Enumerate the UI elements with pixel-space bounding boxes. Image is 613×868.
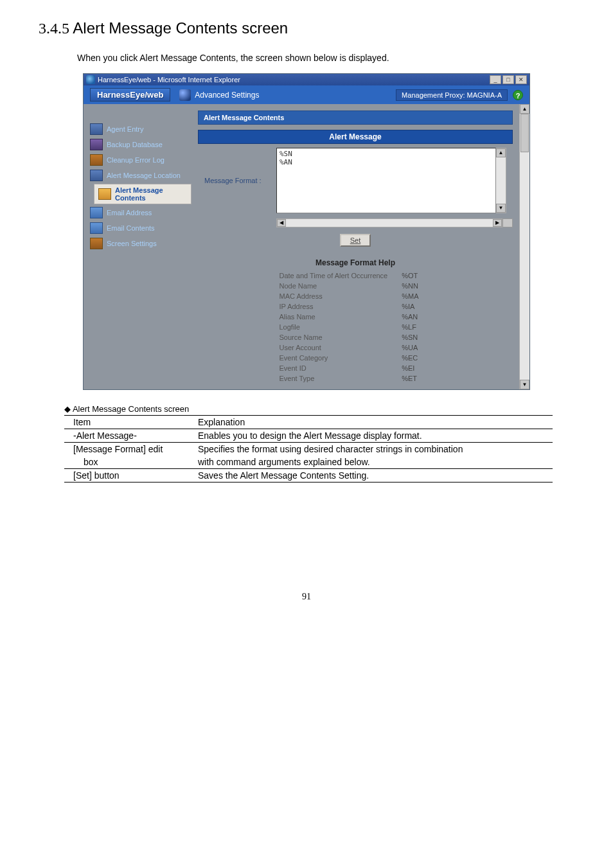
help-name: Source Name <box>279 333 400 342</box>
desc-explanation: with command arguments explained below. <box>193 456 553 469</box>
desc-caption: ◆ Alert Message Contents screen <box>64 404 574 414</box>
table-row: Event Category%EC <box>279 353 431 362</box>
cleanup-error-icon <box>90 154 103 166</box>
scroll-down-icon[interactable]: ▼ <box>520 380 529 389</box>
section-title: Alert Message Contents screen <box>73 19 288 37</box>
help-fmt: %SN <box>402 333 431 342</box>
table-row: box with command arguments explained bel… <box>64 456 553 469</box>
sidebar: Agent Entry Backup Database Cleanup Erro… <box>84 104 191 389</box>
textarea-hscrollbar[interactable]: ◀ ▶ <box>276 218 502 227</box>
table-row: [Message Format] edit Specifies the form… <box>64 443 553 456</box>
help-name: Alias Name <box>279 312 400 321</box>
scroll-left-icon[interactable]: ◀ <box>277 219 286 227</box>
desc-explanation: Enables you to design the Alert Message … <box>193 429 553 443</box>
app-window: HarnessEye/web - Microsoft Internet Expl… <box>83 73 530 390</box>
table-row: User Account%UA <box>279 343 431 352</box>
table-row: -Alert Message- Enables you to design th… <box>64 429 553 443</box>
table-row: [Set] button Saves the Alert Message Con… <box>64 469 553 483</box>
sidebar-item-screen-settings[interactable]: Screen Settings <box>87 236 191 251</box>
alert-message-band: Alert Message <box>198 130 513 144</box>
scroll-up-icon[interactable]: ▲ <box>496 148 506 157</box>
page-scrollbar[interactable]: ▲ ▼ <box>519 104 529 389</box>
email-address-icon <box>90 207 103 218</box>
sidebar-item-label: Screen Settings <box>107 240 157 247</box>
sidebar-item-backup-database[interactable]: Backup Database <box>87 137 191 152</box>
table-row: IP Address%IA <box>279 302 431 311</box>
desc-item: box <box>64 456 193 469</box>
help-fmt: %AN <box>402 312 431 321</box>
sidebar-item-label: Email Address <box>107 209 152 217</box>
help-fmt: %EC <box>402 353 431 362</box>
sidebar-item-email-address[interactable]: Email Address <box>87 206 191 220</box>
message-format-input[interactable] <box>276 148 496 213</box>
page-number: 91 <box>39 592 574 602</box>
sidebar-item-cleanup-error-log[interactable]: Cleanup Error Log <box>87 153 191 167</box>
format-help-table: Date and Time of Alert Occurrence%OT Nod… <box>278 270 432 384</box>
set-button[interactable]: Set <box>340 234 371 247</box>
close-button[interactable]: ✕ <box>515 75 527 84</box>
table-row: MAC Address%MA <box>279 292 431 301</box>
app-logo: HarnessEye/web <box>90 88 170 102</box>
table-row: Event ID%EI <box>279 364 431 373</box>
help-name: Logfile <box>279 323 400 332</box>
help-name: User Account <box>279 343 400 352</box>
desc-item: [Message Format] edit <box>64 443 193 456</box>
sidebar-item-label: Cleanup Error Log <box>107 156 164 164</box>
sidebar-item-agent-entry[interactable]: Agent Entry <box>87 122 191 136</box>
sidebar-item-label: Email Contents <box>107 224 155 232</box>
scroll-right-icon[interactable]: ▶ <box>493 219 502 227</box>
window-titlebar: HarnessEye/web - Microsoft Internet Expl… <box>84 74 529 85</box>
help-name: Event Category <box>279 353 400 362</box>
maximize-button[interactable]: □ <box>502 75 514 84</box>
help-title: Message Format Help <box>198 258 513 267</box>
help-fmt: %LF <box>402 323 431 332</box>
table-row: Event Type%ET <box>279 374 431 383</box>
help-fmt: %OT <box>402 271 431 280</box>
sidebar-item-alert-message-location[interactable]: Alert Message Location <box>87 168 191 182</box>
sidebar-item-label: Backup Database <box>107 141 163 148</box>
col-explanation: Explanation <box>193 416 553 429</box>
sidebar-item-label: Agent Entry <box>107 125 143 133</box>
description-table: Item Explanation -Alert Message- Enables… <box>64 415 553 483</box>
table-row: Node Name%NN <box>279 281 431 290</box>
advanced-settings-label[interactable]: Advanced Settings <box>195 91 259 100</box>
help-fmt: %NN <box>402 281 431 290</box>
textarea-scrollbar[interactable]: ▲ ▼ <box>496 148 506 213</box>
col-item: Item <box>64 416 193 429</box>
help-icon[interactable]: ? <box>513 90 523 100</box>
app-header: HarnessEye/web Advanced Settings Managem… <box>84 85 529 104</box>
scroll-corner <box>502 218 513 227</box>
section-heading: 3.4.5 Alert Message Contents screen <box>39 19 574 37</box>
intro-text: When you click Alert Message Contents, t… <box>77 53 574 63</box>
section-number: 3.4.5 <box>39 20 69 37</box>
sidebar-item-label: Alert Message Location <box>107 172 181 179</box>
help-name: Event Type <box>279 374 400 383</box>
window-title: HarnessEye/web - Microsoft Internet Expl… <box>98 76 240 84</box>
help-fmt: %ET <box>402 374 431 383</box>
scroll-thumb[interactable] <box>520 114 529 152</box>
main-panel: Alert Message Contents Alert Message Mes… <box>191 104 529 389</box>
ie-icon <box>86 75 95 84</box>
help-name: Date and Time of Alert Occurrence <box>279 271 400 280</box>
desc-item: [Set] button <box>64 469 193 483</box>
alert-location-icon <box>90 170 103 181</box>
sidebar-item-email-contents[interactable]: Email Contents <box>87 221 191 235</box>
help-name: Event ID <box>279 364 400 373</box>
management-proxy-select[interactable]: Management Proxy: MAGNIA-A <box>396 89 508 101</box>
help-fmt: %IA <box>402 302 431 311</box>
sidebar-item-alert-message-contents[interactable]: Alert Message Contents <box>94 184 191 204</box>
desc-explanation: Specifies the format using desired chara… <box>193 443 553 456</box>
sidebar-item-label: Alert Message Contents <box>115 186 187 202</box>
desc-item: -Alert Message- <box>64 429 193 443</box>
help-fmt: %EI <box>402 364 431 373</box>
help-name: IP Address <box>279 302 400 311</box>
screen-settings-icon <box>90 238 103 249</box>
minimize-button[interactable]: _ <box>490 75 501 84</box>
agent-entry-icon <box>90 123 103 135</box>
scroll-down-icon[interactable]: ▼ <box>496 204 506 213</box>
help-name: Node Name <box>279 281 400 290</box>
scroll-up-icon[interactable]: ▲ <box>520 104 529 114</box>
message-format-label: Message Format : <box>204 177 276 184</box>
table-row: Source Name%SN <box>279 333 431 342</box>
desc-explanation: Saves the Alert Message Contents Setting… <box>193 469 553 483</box>
